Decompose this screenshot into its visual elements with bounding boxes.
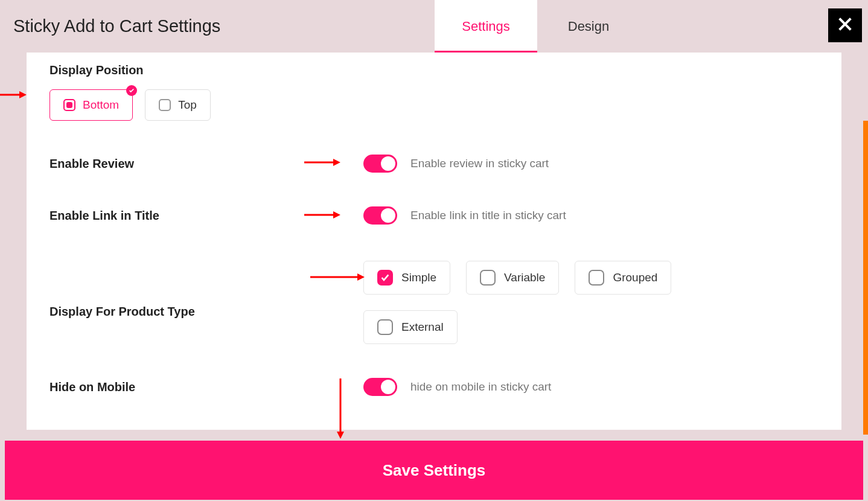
tab-settings[interactable]: Settings <box>435 0 537 53</box>
tab-design[interactable]: Design <box>537 0 640 53</box>
enable-link-title-toggle[interactable] <box>363 206 397 225</box>
checkbox-icon <box>159 99 171 111</box>
enable-link-title-description: Enable link in title in sticky cart <box>410 209 566 222</box>
hide-mobile-label: Hide on Mobile <box>49 380 363 394</box>
product-type-simple[interactable]: Simple <box>363 261 450 295</box>
option-label: Variable <box>504 271 545 284</box>
enable-link-title-row: Enable Link in Title Enable link in titl… <box>49 173 819 225</box>
display-position-options: Bottom Top <box>49 89 819 121</box>
checkbox-icon <box>589 270 604 286</box>
tab-label: Settings <box>462 19 510 34</box>
close-icon <box>837 16 854 35</box>
tab-label: Design <box>568 19 609 34</box>
product-type-options: Simple Variable Grouped External <box>363 261 726 344</box>
enable-review-row: Enable Review Enable review in sticky ca… <box>49 121 819 173</box>
checkbox-icon <box>377 270 393 286</box>
tabs: Settings Design <box>435 0 640 53</box>
svg-marker-1 <box>19 91 27 98</box>
enable-review-description: Enable review in sticky cart <box>410 157 549 170</box>
display-position-section: Display Position Bottom Top <box>49 53 819 121</box>
checkbox-icon <box>63 99 75 111</box>
position-option-bottom[interactable]: Bottom <box>49 89 133 121</box>
checkbox-icon <box>377 319 393 335</box>
checkbox-icon <box>480 270 496 286</box>
settings-header: Sticky Add to Cart Settings Settings Des… <box>0 0 868 53</box>
toggle-knob-icon <box>381 380 395 394</box>
save-button-label: Save Settings <box>383 461 486 480</box>
option-label: Grouped <box>613 271 657 284</box>
hide-mobile-toggle[interactable] <box>363 378 397 396</box>
display-position-label: Display Position <box>49 63 819 77</box>
save-settings-button[interactable]: Save Settings <box>5 441 863 500</box>
enable-review-label: Enable Review <box>49 157 363 171</box>
enable-link-title-label: Enable Link in Title <box>49 209 363 223</box>
hide-mobile-row: Hide on Mobile hide on mobile in sticky … <box>49 344 819 396</box>
enable-review-toggle[interactable] <box>363 155 397 173</box>
product-type-label: Display For Product Type <box>49 287 363 319</box>
option-label: External <box>401 321 444 334</box>
product-type-external[interactable]: External <box>363 310 458 344</box>
option-label: Simple <box>401 271 436 284</box>
product-type-grouped[interactable]: Grouped <box>575 261 671 295</box>
position-option-top[interactable]: Top <box>145 89 211 121</box>
toggle-knob-icon <box>381 156 395 171</box>
option-label: Top <box>178 98 197 112</box>
page-title: Sticky Add to Cart Settings <box>0 0 435 53</box>
toggle-knob-icon <box>381 208 395 223</box>
close-button[interactable] <box>828 8 862 42</box>
hide-mobile-description: hide on mobile in sticky cart <box>410 380 551 394</box>
product-type-row: Display For Product Type Simple Variable… <box>49 225 819 344</box>
option-label: Bottom <box>83 98 119 112</box>
svg-marker-9 <box>337 432 344 439</box>
settings-content: Display Position Bottom Top Enable Revie… <box>27 53 841 430</box>
scrollbar[interactable] <box>863 121 868 435</box>
product-type-variable[interactable]: Variable <box>466 261 559 295</box>
arrow-annotation-icon <box>0 89 27 101</box>
check-badge-icon <box>126 85 137 96</box>
